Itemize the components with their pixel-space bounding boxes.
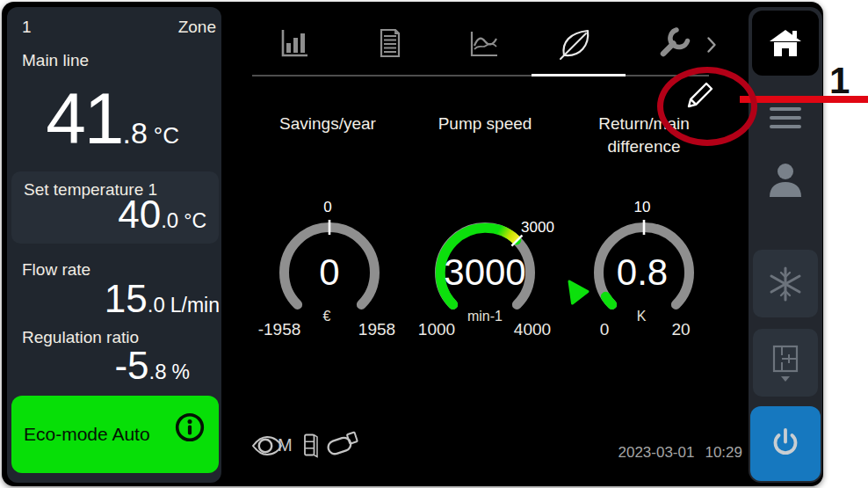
set-temp-unit: °C bbox=[184, 209, 206, 233]
leaf-icon[interactable] bbox=[558, 26, 593, 62]
callout-number: 1 bbox=[829, 60, 864, 102]
datetime-display: 2023-03-0110:29 bbox=[562, 444, 742, 462]
regulation-ratio-value: -5.8% bbox=[32, 346, 190, 385]
zone-number: 1 bbox=[22, 18, 32, 37]
flow-rate-label: Flow rate bbox=[22, 260, 90, 280]
return-diff-top-label: 10 bbox=[607, 199, 677, 216]
gauge-title-savings: Savings/year bbox=[257, 113, 398, 135]
hamburger-menu-button[interactable] bbox=[749, 95, 822, 135]
return-diff-value: 0.8 bbox=[581, 252, 704, 293]
zone-select-button[interactable] bbox=[753, 329, 818, 397]
time-text: 10:29 bbox=[705, 444, 742, 461]
screenshot-stage: 1 Zone Main line 41.8°C Set temperature … bbox=[0, 0, 868, 488]
zone-label: Zone bbox=[132, 18, 216, 37]
savings-top-label: 0 bbox=[293, 199, 363, 216]
return-diff-min: 0 bbox=[565, 320, 644, 339]
hamburger-menu-icon bbox=[770, 125, 801, 128]
frost-protection-button[interactable] bbox=[753, 250, 818, 317]
flow-dec: .0 bbox=[148, 293, 165, 317]
savings-min: -1958 bbox=[240, 320, 319, 339]
gauge-title-pump-speed: Pump speed bbox=[415, 113, 555, 135]
usb-drive-icon bbox=[325, 429, 364, 459]
flow-rate-value: 15.0L/min bbox=[53, 280, 220, 318]
chevron-right-icon[interactable] bbox=[706, 36, 717, 54]
chevron-down-icon bbox=[781, 376, 790, 382]
eco-mode-label: Eco-mode Auto bbox=[24, 424, 150, 445]
ratio-dec: .8 bbox=[149, 360, 167, 384]
main-value-dec: .8 bbox=[122, 116, 147, 150]
pump-speed-value: 3000 bbox=[423, 252, 546, 293]
home-button[interactable] bbox=[752, 11, 819, 76]
date-text: 2023-03-01 bbox=[618, 444, 694, 461]
pump-speed-max: 4000 bbox=[493, 320, 572, 339]
active-tab-underline bbox=[532, 74, 626, 76]
monitor-mode-letter: M bbox=[278, 435, 293, 455]
wrench-icon[interactable] bbox=[656, 26, 691, 62]
info-icon[interactable] bbox=[174, 412, 206, 443]
trend-chart-icon[interactable] bbox=[467, 26, 502, 62]
snowflake-icon bbox=[767, 264, 804, 304]
home-icon bbox=[768, 27, 803, 59]
set-temp-dec: .0 bbox=[161, 208, 178, 233]
ratio-unit: % bbox=[172, 361, 190, 384]
user-icon[interactable] bbox=[766, 162, 805, 199]
main-line-label: Main line bbox=[22, 51, 89, 70]
bar-chart-icon[interactable] bbox=[277, 26, 312, 62]
gauge-title-return-diff: Return/main difference bbox=[574, 113, 714, 158]
pump-speed-tick-label: 3000 bbox=[503, 219, 573, 237]
savings-value: 0 bbox=[268, 252, 391, 293]
flow-int: 15 bbox=[105, 280, 148, 318]
power-button[interactable] bbox=[750, 406, 821, 481]
set-temp-int: 40 bbox=[118, 195, 161, 234]
tab-divider bbox=[252, 75, 709, 76]
flow-unit: L/min bbox=[170, 294, 220, 317]
main-line-value: 41.8°C bbox=[0, 83, 179, 155]
set-temp-value: 40.0°C bbox=[53, 195, 206, 234]
power-icon bbox=[768, 426, 803, 462]
return-diff-max: 20 bbox=[641, 320, 720, 339]
main-value-unit: °C bbox=[154, 122, 179, 149]
hamburger-menu-icon bbox=[770, 116, 801, 120]
hamburger-menu-icon bbox=[770, 107, 801, 111]
pump-speed-min: 1000 bbox=[397, 320, 476, 339]
pencil-icon[interactable] bbox=[683, 77, 718, 113]
report-icon[interactable] bbox=[373, 26, 408, 62]
module-icon bbox=[302, 433, 320, 459]
zone-plan-icon bbox=[770, 344, 801, 382]
main-value-int: 41 bbox=[46, 83, 122, 155]
ratio-int: -5 bbox=[114, 346, 148, 385]
